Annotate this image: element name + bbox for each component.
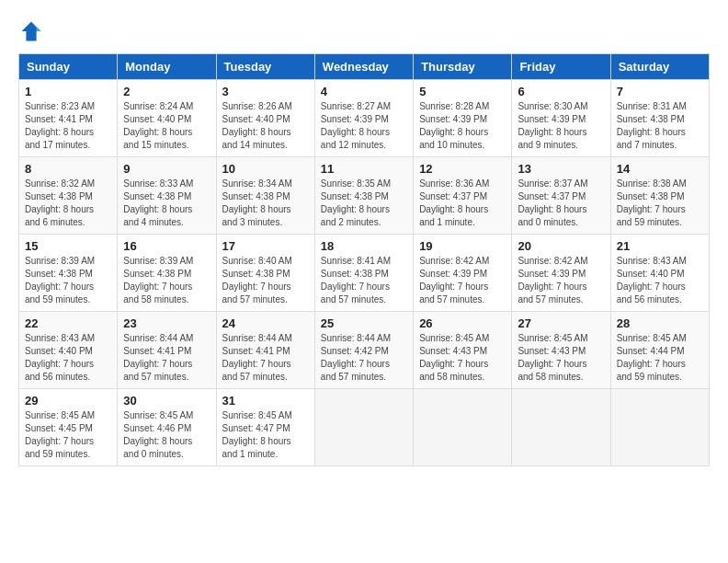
day-number: 26 bbox=[419, 316, 506, 330]
sunrise-label: Sunrise: 8:43 AM bbox=[25, 333, 95, 343]
sunrise-label: Sunrise: 8:36 AM bbox=[419, 178, 489, 189]
day-number: 27 bbox=[518, 316, 604, 330]
daylight-label: Daylight: 7 hours and 57 minutes. bbox=[419, 282, 488, 304]
calendar-cell bbox=[414, 389, 512, 466]
calendar-cell: 15 Sunrise: 8:39 AM Sunset: 4:38 PM Dayl… bbox=[19, 235, 118, 312]
col-header-friday: Friday bbox=[512, 54, 610, 80]
sunrise-label: Sunrise: 8:45 AM bbox=[25, 410, 95, 420]
sunrise-label: Sunrise: 8:45 AM bbox=[518, 333, 587, 343]
calendar-cell bbox=[314, 389, 413, 466]
sunrise-label: Sunrise: 8:30 AM bbox=[518, 101, 587, 111]
calendar-cell: 24 Sunrise: 8:44 AM Sunset: 4:41 PM Dayl… bbox=[216, 312, 314, 389]
col-header-saturday: Saturday bbox=[610, 54, 709, 80]
daylight-label: Daylight: 7 hours and 57 minutes. bbox=[321, 282, 390, 304]
sunset-label: Sunset: 4:39 PM bbox=[419, 269, 487, 279]
day-number: 6 bbox=[518, 85, 604, 98]
sunset-label: Sunset: 4:40 PM bbox=[222, 114, 290, 124]
day-number: 11 bbox=[321, 162, 407, 176]
day-number: 4 bbox=[321, 85, 407, 98]
sunrise-label: Sunrise: 8:42 AM bbox=[518, 256, 587, 266]
calendar-cell: 3 Sunrise: 8:26 AM Sunset: 4:40 PM Dayli… bbox=[216, 80, 314, 157]
daylight-label: Daylight: 7 hours and 57 minutes. bbox=[123, 359, 192, 382]
sunrise-label: Sunrise: 8:35 AM bbox=[321, 178, 391, 189]
sunset-label: Sunset: 4:39 PM bbox=[518, 114, 586, 124]
calendar-cell: 23 Sunrise: 8:44 AM Sunset: 4:41 PM Dayl… bbox=[118, 312, 216, 389]
sunset-label: Sunset: 4:37 PM bbox=[518, 191, 586, 201]
day-number: 13 bbox=[518, 162, 604, 176]
sunrise-label: Sunrise: 8:39 AM bbox=[25, 256, 95, 266]
calendar-week-row: 15 Sunrise: 8:39 AM Sunset: 4:38 PM Dayl… bbox=[19, 235, 710, 312]
sunrise-label: Sunrise: 8:27 AM bbox=[321, 101, 391, 111]
calendar-cell: 25 Sunrise: 8:44 AM Sunset: 4:42 PM Dayl… bbox=[314, 312, 413, 389]
page-header bbox=[18, 18, 710, 44]
calendar-table: SundayMondayTuesdayWednesdayThursdayFrid… bbox=[18, 53, 710, 466]
calendar-cell bbox=[610, 389, 709, 466]
sunset-label: Sunset: 4:38 PM bbox=[25, 269, 93, 279]
day-number: 17 bbox=[222, 239, 309, 253]
calendar-cell: 12 Sunrise: 8:36 AM Sunset: 4:37 PM Dayl… bbox=[414, 157, 512, 235]
sunset-label: Sunset: 4:39 PM bbox=[321, 114, 389, 124]
sunrise-label: Sunrise: 8:34 AM bbox=[222, 178, 292, 189]
daylight-label: Daylight: 8 hours and 1 minute. bbox=[419, 204, 488, 227]
day-info: Sunrise: 8:42 AM Sunset: 4:39 PM Dayligh… bbox=[518, 255, 604, 306]
day-info: Sunrise: 8:42 AM Sunset: 4:39 PM Dayligh… bbox=[419, 255, 506, 306]
sunrise-label: Sunrise: 8:38 AM bbox=[617, 178, 687, 189]
sunset-label: Sunset: 4:44 PM bbox=[617, 346, 685, 356]
day-info: Sunrise: 8:39 AM Sunset: 4:38 PM Dayligh… bbox=[123, 255, 210, 306]
day-info: Sunrise: 8:36 AM Sunset: 4:37 PM Dayligh… bbox=[419, 178, 506, 229]
daylight-label: Daylight: 8 hours and 10 minutes. bbox=[419, 127, 488, 150]
calendar-cell: 5 Sunrise: 8:28 AM Sunset: 4:39 PM Dayli… bbox=[414, 80, 512, 157]
sunset-label: Sunset: 4:43 PM bbox=[419, 346, 487, 356]
day-number: 7 bbox=[617, 85, 703, 98]
sunset-label: Sunset: 4:38 PM bbox=[222, 191, 290, 201]
day-number: 5 bbox=[419, 85, 506, 98]
calendar-cell: 1 Sunrise: 8:23 AM Sunset: 4:41 PM Dayli… bbox=[19, 80, 118, 157]
daylight-label: Daylight: 7 hours and 56 minutes. bbox=[617, 282, 686, 304]
daylight-label: Daylight: 8 hours and 0 minutes. bbox=[123, 436, 192, 459]
sunset-label: Sunset: 4:45 PM bbox=[25, 423, 93, 433]
calendar-cell: 4 Sunrise: 8:27 AM Sunset: 4:39 PM Dayli… bbox=[314, 80, 413, 157]
sunset-label: Sunset: 4:39 PM bbox=[419, 114, 487, 124]
calendar-cell: 2 Sunrise: 8:24 AM Sunset: 4:40 PM Dayli… bbox=[118, 80, 216, 157]
calendar-cell: 14 Sunrise: 8:38 AM Sunset: 4:38 PM Dayl… bbox=[610, 157, 709, 235]
daylight-label: Daylight: 8 hours and 1 minute. bbox=[222, 436, 291, 459]
day-number: 8 bbox=[25, 162, 111, 176]
daylight-label: Daylight: 8 hours and 0 minutes. bbox=[518, 204, 586, 227]
sunrise-label: Sunrise: 8:45 AM bbox=[222, 410, 292, 420]
calendar-cell: 28 Sunrise: 8:45 AM Sunset: 4:44 PM Dayl… bbox=[610, 312, 709, 389]
sunset-label: Sunset: 4:47 PM bbox=[222, 423, 290, 433]
calendar-cell bbox=[512, 389, 610, 466]
sunrise-label: Sunrise: 8:45 AM bbox=[617, 333, 687, 343]
day-info: Sunrise: 8:26 AM Sunset: 4:40 PM Dayligh… bbox=[222, 100, 309, 152]
calendar-cell: 8 Sunrise: 8:32 AM Sunset: 4:38 PM Dayli… bbox=[19, 157, 118, 235]
day-number: 28 bbox=[617, 316, 703, 330]
sunrise-label: Sunrise: 8:32 AM bbox=[25, 178, 95, 189]
calendar-week-row: 1 Sunrise: 8:23 AM Sunset: 4:41 PM Dayli… bbox=[19, 80, 710, 157]
day-number: 22 bbox=[25, 316, 111, 330]
day-info: Sunrise: 8:34 AM Sunset: 4:38 PM Dayligh… bbox=[222, 178, 309, 229]
day-number: 16 bbox=[123, 239, 210, 253]
logo-icon bbox=[18, 18, 44, 44]
day-number: 20 bbox=[518, 239, 604, 253]
sunrise-label: Sunrise: 8:31 AM bbox=[617, 101, 687, 111]
day-number: 18 bbox=[321, 239, 407, 253]
day-number: 29 bbox=[25, 394, 111, 408]
sunrise-label: Sunrise: 8:41 AM bbox=[321, 256, 391, 266]
sunset-label: Sunset: 4:38 PM bbox=[321, 269, 389, 279]
day-number: 10 bbox=[222, 162, 309, 176]
day-info: Sunrise: 8:39 AM Sunset: 4:38 PM Dayligh… bbox=[25, 255, 111, 306]
col-header-sunday: Sunday bbox=[19, 54, 118, 80]
daylight-label: Daylight: 7 hours and 59 minutes. bbox=[25, 282, 94, 304]
sunrise-label: Sunrise: 8:28 AM bbox=[419, 101, 489, 111]
day-number: 2 bbox=[123, 85, 210, 98]
sunset-label: Sunset: 4:38 PM bbox=[222, 269, 290, 279]
day-number: 31 bbox=[222, 394, 309, 408]
daylight-label: Daylight: 8 hours and 4 minutes. bbox=[123, 204, 192, 227]
sunset-label: Sunset: 4:41 PM bbox=[222, 346, 290, 356]
col-header-monday: Monday bbox=[118, 54, 216, 80]
day-number: 23 bbox=[123, 316, 210, 330]
daylight-label: Daylight: 8 hours and 3 minutes. bbox=[222, 204, 291, 227]
day-number: 15 bbox=[25, 239, 111, 253]
sunset-label: Sunset: 4:41 PM bbox=[123, 346, 191, 356]
daylight-label: Daylight: 7 hours and 57 minutes. bbox=[222, 282, 291, 304]
